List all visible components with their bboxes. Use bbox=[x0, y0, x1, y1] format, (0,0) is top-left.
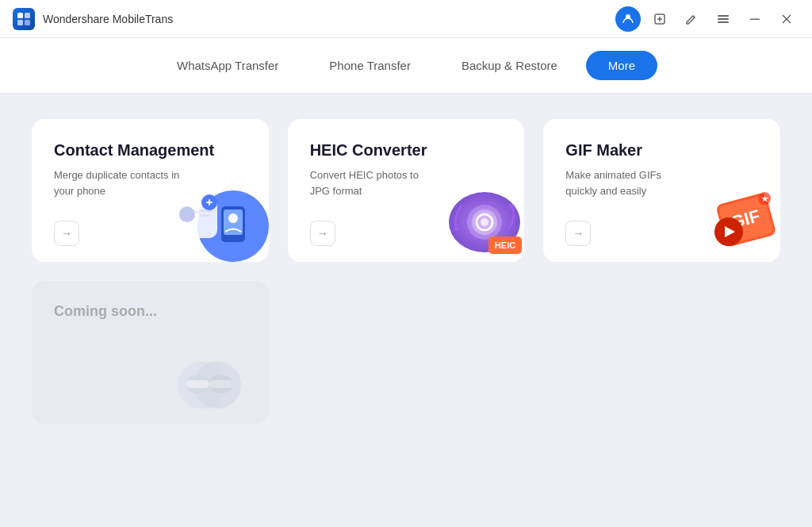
minimize-button[interactable] bbox=[742, 6, 768, 32]
heic-converter-desc: Convert HEIC photos to JPG format bbox=[310, 167, 437, 198]
svg-rect-40 bbox=[186, 380, 209, 388]
svg-point-17 bbox=[179, 206, 195, 222]
svg-rect-0 bbox=[17, 13, 23, 18]
bottom-cards-row: Coming soon... bbox=[32, 281, 780, 424]
tab-whatsapp-transfer[interactable]: WhatsApp Transfer bbox=[155, 51, 301, 80]
svg-text:HEIC: HEIC bbox=[495, 240, 515, 250]
close-button[interactable] bbox=[774, 6, 799, 32]
navigation-bar: WhatsApp Transfer Phone Transfer Backup … bbox=[0, 38, 812, 94]
app-logo bbox=[13, 8, 35, 30]
heic-converter-card[interactable]: HEIC Converter Convert HEIC photos to JP… bbox=[288, 119, 525, 262]
svg-rect-6 bbox=[718, 15, 729, 17]
tab-backup-restore[interactable]: Backup & Restore bbox=[439, 51, 580, 80]
feature-cards-grid: Contact Management Merge duplicate conta… bbox=[32, 119, 780, 262]
tab-more[interactable]: More bbox=[586, 51, 657, 80]
contact-management-card[interactable]: Contact Management Merge duplicate conta… bbox=[32, 119, 269, 262]
gif-maker-illustration: GIF ★ bbox=[685, 175, 772, 254]
gif-maker-desc: Make animated GIFs quickly and easily bbox=[565, 167, 692, 198]
svg-rect-1 bbox=[25, 13, 30, 18]
contact-management-desc: Merge duplicate contacts in your phone bbox=[54, 167, 181, 198]
account-button[interactable] bbox=[615, 6, 641, 32]
svg-rect-9 bbox=[750, 18, 760, 20]
gif-maker-title: GIF Maker bbox=[565, 141, 758, 160]
gif-maker-arrow[interactable]: → bbox=[565, 221, 591, 246]
svg-rect-22 bbox=[209, 199, 210, 206]
svg-rect-2 bbox=[17, 20, 23, 25]
svg-rect-7 bbox=[718, 18, 729, 20]
tab-phone-transfer[interactable]: Phone Transfer bbox=[307, 51, 433, 80]
contact-management-title: Contact Management bbox=[54, 141, 247, 160]
titlebar-left: Wondershare MobileTrans bbox=[13, 8, 173, 30]
coming-soon-illustration bbox=[166, 345, 253, 412]
svg-point-27 bbox=[481, 218, 488, 226]
menu-button[interactable] bbox=[710, 6, 736, 32]
heic-converter-illustration: HEIC bbox=[421, 175, 516, 254]
edit-button[interactable] bbox=[679, 6, 704, 32]
svg-rect-3 bbox=[25, 20, 30, 25]
heic-converter-arrow[interactable]: → bbox=[310, 221, 335, 246]
coming-soon-card: Coming soon... bbox=[32, 281, 269, 424]
heic-converter-title: HEIC Converter bbox=[310, 141, 503, 160]
titlebar-controls bbox=[615, 6, 799, 32]
app-title: Wondershare MobileTrans bbox=[43, 13, 173, 25]
titlebar: Wondershare MobileTrans bbox=[0, 0, 812, 38]
contact-management-illustration bbox=[166, 175, 261, 254]
svg-point-15 bbox=[228, 213, 238, 223]
svg-rect-8 bbox=[718, 21, 729, 23]
svg-text:★: ★ bbox=[760, 194, 768, 203]
main-content: Contact Management Merge duplicate conta… bbox=[0, 94, 812, 527]
contact-management-arrow[interactable]: → bbox=[54, 221, 79, 246]
gif-maker-card[interactable]: GIF Maker Make animated GIFs quickly and… bbox=[543, 119, 780, 262]
bookmark-button[interactable] bbox=[647, 6, 672, 32]
svg-rect-19 bbox=[199, 214, 210, 217]
svg-rect-42 bbox=[209, 380, 233, 388]
coming-soon-label: Coming soon... bbox=[54, 303, 247, 320]
